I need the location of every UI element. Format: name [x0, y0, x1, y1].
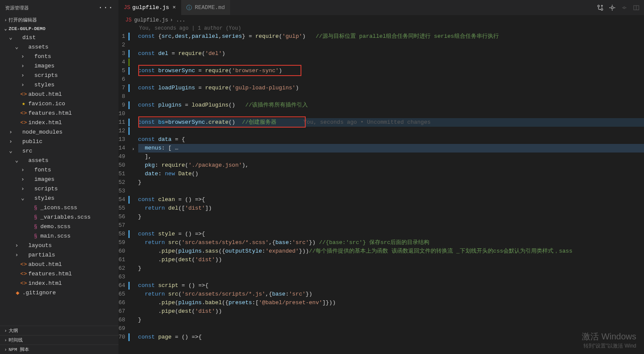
sidebar-section[interactable]: ›时间线: [0, 335, 118, 345]
editor-area: JS gulpfile.js × ⓘ README.md JS gulpfile…: [118, 0, 644, 354]
tab-bar: JS gulpfile.js × ⓘ README.md: [118, 0, 644, 15]
tree-label: about.html: [28, 261, 62, 268]
twisty-icon: ›: [20, 72, 26, 79]
html-icon: <>: [20, 119, 27, 126]
tree-item[interactable]: ★favicon.ico: [0, 99, 118, 108]
tree-item[interactable]: ›layouts: [0, 241, 118, 250]
sidebar-section[interactable]: ›大纲: [0, 326, 118, 335]
tree-item[interactable]: §demo.scss: [0, 222, 118, 231]
sidebar-section[interactable]: ›NPM 脚本: [0, 345, 118, 354]
chevron-right-icon: ›: [3, 347, 9, 352]
tree-item[interactable]: ⌄src: [0, 146, 118, 156]
tree-item[interactable]: <>features.html: [0, 269, 118, 278]
tree-item[interactable]: ›styles: [0, 80, 118, 89]
tree-item[interactable]: ⌄assets: [0, 156, 118, 165]
tree-label: features.html: [28, 271, 72, 277]
tree-item[interactable]: ›scripts: [0, 184, 118, 193]
chevron-right-icon: ›: [3, 18, 9, 23]
tree-item[interactable]: ⌄styles: [0, 193, 118, 203]
twisty-icon: ⌄: [20, 195, 26, 201]
run-icon[interactable]: [621, 4, 628, 11]
tree-item[interactable]: ›images: [0, 61, 118, 70]
tree-item[interactable]: <>features.html: [0, 108, 118, 118]
twisty-icon: ⌄: [8, 34, 14, 41]
svg-point-1: [601, 9, 603, 10]
tree-item[interactable]: §_variables.scss: [0, 212, 118, 222]
tree-item[interactable]: ›partials: [0, 250, 118, 259]
twisty-icon: ›: [14, 242, 20, 249]
tree-label: fonts: [34, 167, 51, 173]
js-icon: JS: [125, 17, 131, 23]
tree-item[interactable]: §_icons.scss: [0, 203, 118, 212]
chevron-down-icon: ⌄: [3, 26, 9, 31]
more-icon[interactable]: ···: [98, 3, 113, 12]
sidebar: 资源管理器 ··· › 打开的编辑器 ⌄ ZCE-GULP-DEMO ⌄dist…: [0, 0, 118, 354]
sidebar-bottom: ›大纲›时间线›NPM 脚本: [0, 326, 118, 354]
tree-item[interactable]: <>index.html: [0, 118, 118, 127]
tree-label: assets: [28, 44, 49, 50]
tree-item[interactable]: <>index.html: [0, 278, 118, 288]
twisty-icon: ›: [20, 186, 26, 192]
twisty-icon: ›: [20, 63, 26, 69]
svg-point-3: [623, 7, 625, 9]
compare-changes-icon[interactable]: [597, 4, 604, 11]
scss-icon: §: [32, 233, 39, 239]
twisty-icon: ›: [20, 167, 26, 173]
file-tree: ⌄dist⌄assets›fonts›images›scripts›styles…: [0, 33, 118, 326]
tree-label: features.html: [28, 110, 72, 116]
code-editor[interactable]: 1234567891011121314›49505152535455565758…: [118, 32, 644, 354]
tree-label: styles: [34, 195, 55, 201]
chevron-right-icon: ›: [3, 338, 9, 343]
split-editor-icon[interactable]: [633, 4, 640, 11]
scss-icon: §: [32, 223, 39, 230]
tree-label: assets: [28, 157, 49, 164]
explorer-title: 资源管理器: [5, 5, 29, 11]
breadcrumb[interactable]: JS gulpfile.js › ...: [118, 15, 644, 25]
tree-label: dist: [22, 34, 36, 41]
tab-readme[interactable]: ⓘ README.md: [181, 0, 230, 15]
tree-item[interactable]: ›public: [0, 137, 118, 146]
twisty-icon: ›: [8, 138, 14, 145]
tree-item[interactable]: ◆.gitignore: [0, 288, 118, 297]
tab-gulpfile[interactable]: JS gulpfile.js ×: [118, 0, 181, 15]
scss-icon: §: [32, 204, 39, 211]
scss-icon: §: [32, 214, 39, 220]
tree-label: styles: [34, 82, 55, 88]
tree-item[interactable]: ⌄assets: [0, 42, 118, 52]
open-editors-section[interactable]: › 打开的编辑器: [0, 15, 118, 24]
tree-item[interactable]: §main.scss: [0, 231, 118, 241]
close-icon[interactable]: ×: [173, 4, 176, 11]
twisty-icon: ›: [20, 53, 26, 60]
tree-item[interactable]: ›fonts: [0, 165, 118, 174]
tree-item[interactable]: <>about.html: [0, 89, 118, 99]
tree-item[interactable]: <>about.html: [0, 259, 118, 269]
project-root[interactable]: ⌄ ZCE-GULP-DEMO: [0, 24, 118, 33]
tree-item[interactable]: ›fonts: [0, 52, 118, 61]
tree-label: partials: [28, 252, 55, 258]
git-icon: ◆: [14, 289, 21, 296]
tree-item[interactable]: ›scripts: [0, 70, 118, 80]
chevron-right-icon: ›: [3, 328, 9, 333]
twisty-icon: ›: [14, 252, 20, 258]
js-icon: JS: [124, 4, 130, 11]
twisty-icon: ›: [8, 129, 14, 135]
twisty-icon: ⌄: [14, 43, 20, 50]
tree-label: images: [34, 63, 55, 69]
html-icon: <>: [20, 110, 27, 116]
tree-item[interactable]: ⌄dist: [0, 33, 118, 42]
twisty-icon: ⌄: [14, 157, 20, 164]
tree-label: index.html: [28, 280, 62, 287]
open-changes-icon[interactable]: [609, 4, 616, 11]
tree-label: scripts: [34, 186, 58, 192]
tree-label: main.scss: [40, 233, 70, 239]
star-icon: ★: [20, 100, 27, 107]
tree-label: node_modules: [22, 129, 63, 135]
html-icon: <>: [20, 271, 27, 277]
svg-point-0: [598, 5, 599, 7]
tree-item[interactable]: ›images: [0, 174, 118, 184]
html-icon: <>: [20, 261, 27, 268]
code-body[interactable]: const {src,dest,parallel,series} = requi…: [131, 32, 644, 354]
twisty-icon: ⌄: [8, 147, 14, 154]
tree-label: _icons.scss: [40, 204, 77, 211]
tree-item[interactable]: ›node_modules: [0, 127, 118, 137]
